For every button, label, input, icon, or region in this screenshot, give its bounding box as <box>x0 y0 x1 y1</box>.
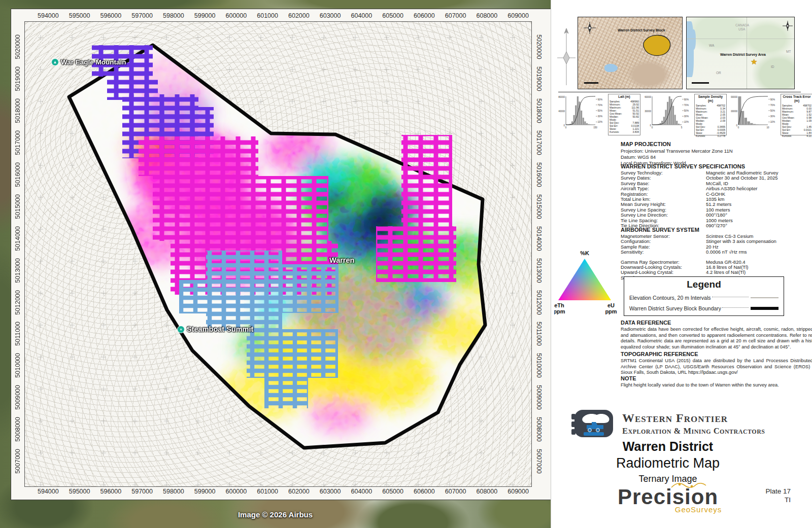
info-panel: Warren District Survey Block CANADA USA … <box>551 0 812 528</box>
histogram-stat-row: Kurtosis:0.2778 <box>696 134 725 137</box>
region-label-mt: MT <box>786 50 791 53</box>
axis-tick-label: 608000 <box>477 488 498 497</box>
survey-specs-block: WARREN DISTRICT SURVEY SPECIFICATIONS Su… <box>621 163 812 228</box>
hist-tick-label: 40000 <box>558 110 565 113</box>
company-logo-row: Western Frontier Exploration & Mining Co… <box>571 408 795 439</box>
precision-geosurveys-logo: Precision GeoSurveys <box>551 485 785 514</box>
survey-map-graphic <box>25 22 532 487</box>
legend-item-label: Warren District Survey Block Boundary <box>629 305 721 311</box>
legend-box: Legend Elevation Contours, 20 m Interval… <box>624 276 784 316</box>
section-heading: NOTE <box>621 375 812 381</box>
company-name: Western Frontier <box>622 411 765 425</box>
region-label-or: OR <box>716 71 721 75</box>
axis-bottom: 5940005950005960005970005980005990006000… <box>24 488 542 497</box>
axis-tick-label: 5010000 <box>535 353 543 378</box>
map-content: ▲ War Eagle Mountain Warren × Steamboat … <box>24 21 532 487</box>
axis-tick-label: 599000 <box>194 488 216 497</box>
hist-tick-label: 30% <box>684 115 689 118</box>
wave-flourish-icon <box>668 481 709 490</box>
note-block: NOTE Flight height locally varied due to… <box>621 375 812 389</box>
axis-tick-label: 603000 <box>320 488 341 497</box>
histogram-stats-box: Sample Density (m)Samples:498702Minimum:… <box>694 94 727 135</box>
axis-tick-label: 608000 <box>477 12 498 21</box>
spec-value: 0.0006 nT √Hz rms <box>706 250 812 255</box>
axis-tick-label: 5018000 <box>535 98 543 123</box>
axis-top: 5940005950005960005970005980005990006000… <box>24 12 542 21</box>
imagery-credit: Image © 2026 Airbus <box>0 510 551 519</box>
section-heading: MAP PROJECTION <box>621 141 812 147</box>
histogram-stat-row: Kurtosis:3.834 <box>610 130 639 133</box>
spec-label: Sensitivity: <box>621 250 706 255</box>
north-arrow-icon <box>556 26 577 87</box>
region-label-wa: WA <box>709 44 714 47</box>
spec-value: Stinger with 3 axis compensation <box>706 239 812 244</box>
title-subtitle: Ternary Image <box>551 474 785 484</box>
map-projection-block: MAP PROJECTION Projection: Universal Tra… <box>621 141 812 166</box>
ternary-label-eu: eU <box>607 302 615 308</box>
scale-bar <box>692 82 709 84</box>
hist-tick-label: 150 <box>593 126 597 129</box>
scale-bar <box>584 82 598 84</box>
axis-tick-label: 600000 <box>226 488 247 497</box>
hist-tick-label: 0 <box>565 126 567 129</box>
hist-tick-label: 200000 <box>731 96 737 98</box>
poi-label: War Eagle Mountain <box>61 58 126 66</box>
topographic-reference-block: TOPOGRAPHIC REFERENCE SRTM1 Continental … <box>621 351 812 376</box>
map-plate: 5940005950005960005970005980005990006000… <box>0 0 812 528</box>
hist-tick-label: 70% <box>598 104 602 107</box>
histogram-panel-0: 80000400000015090%70%50%30%10%Lalt (m)Sa… <box>558 94 640 135</box>
note-text: Flight height locally varied due to the … <box>621 382 812 389</box>
axis-tick-label: 596000 <box>100 488 122 497</box>
hist-tick-label: 50% <box>598 110 602 112</box>
axis-tick-label: 5013000 <box>14 258 21 283</box>
axis-tick-label: 599000 <box>194 12 216 21</box>
hist-tick-label: 10% <box>770 121 775 123</box>
legend-item-contours: Elevation Contours, 20 m Intervals <box>629 295 779 301</box>
axis-tick-label: 595000 <box>69 488 90 497</box>
airborne-system-block: AIRBORNE SURVEY SYSTEM Magnetometer Sens… <box>621 227 812 280</box>
axis-tick-label: 595000 <box>69 12 90 21</box>
axis-tick-label: 5012000 <box>535 290 543 315</box>
histogram-title: Lalt (m) <box>610 95 639 99</box>
plate-line: TI <box>765 496 791 504</box>
axis-tick-label: 597000 <box>131 12 153 21</box>
axis-tick-label: 598000 <box>163 488 184 497</box>
region-label-usa: USA <box>738 27 745 31</box>
axis-tick-label: 5019000 <box>14 66 21 91</box>
axis-right: 5020000501900050180005017000501600050150… <box>533 21 545 487</box>
hist-tick-label: 80000 <box>558 96 565 98</box>
histogram-panel-2: 200000100000001090%70%50%30%10%Cross Tra… <box>731 94 812 135</box>
hist-tick-label: 90% <box>598 98 602 101</box>
hist-tick-label: 10 <box>766 126 769 129</box>
hist-tick-label: 50% <box>684 110 689 112</box>
hist-tick-label: 90% <box>684 98 689 101</box>
axis-tick-label: 5011000 <box>14 322 21 346</box>
region-label-id: ID <box>771 65 774 68</box>
axis-tick-label: 5011000 <box>535 322 543 346</box>
axis-tick-label: 5007000 <box>14 449 21 474</box>
axis-tick-label: 594000 <box>38 12 59 21</box>
hist-tick-label: 10% <box>598 121 602 123</box>
hist-tick-label: 10% <box>684 121 689 123</box>
poi-warren: Warren <box>329 256 354 264</box>
axis-tick-label: 5020000 <box>535 34 543 59</box>
axis-tick-label: 5008000 <box>14 417 21 442</box>
axis-tick-label: 605000 <box>382 12 403 21</box>
inset-map-survey-block: Warren District Survey Block <box>578 17 683 89</box>
axis-tick-label: 5015000 <box>535 194 543 219</box>
histogram-title: Cross Track Error (m) <box>782 95 811 103</box>
histogram-chart: 200000100000001090%70%50%30%10% <box>731 94 780 134</box>
axis-tick-label: 5016000 <box>14 162 21 187</box>
histogram-title: Sample Density (m) <box>696 95 725 103</box>
axis-tick-label: 5017000 <box>14 130 21 155</box>
topographic-reference-text: SRTM1 Continental USA (2015) data are di… <box>621 358 812 376</box>
axis-tick-label: 602000 <box>288 488 310 497</box>
axis-tick-label: 5013000 <box>535 258 543 283</box>
hist-tick-label: 30000 <box>645 110 651 113</box>
ternary-label-eth: eTh <box>554 302 564 308</box>
hist-tick-label: 30% <box>770 115 775 118</box>
ternary-label-eu-unit: ppm <box>605 308 617 314</box>
legend-item-boundary: Warren District Survey Block Boundary <box>629 305 779 311</box>
dotted-leader <box>712 297 749 297</box>
dotted-leader <box>722 307 749 308</box>
